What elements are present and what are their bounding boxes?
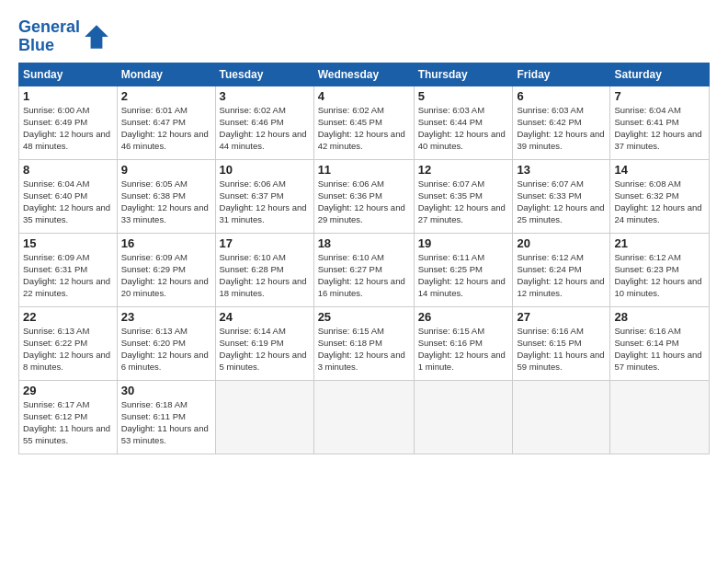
- day-number: 23: [121, 310, 211, 324]
- day-info: Sunrise: 6:11 AMSunset: 6:25 PMDaylight:…: [418, 252, 506, 299]
- day-number: 15: [23, 236, 113, 250]
- calendar-cell: 14Sunrise: 6:08 AMSunset: 6:32 PMDayligh…: [610, 159, 710, 233]
- day-info: Sunrise: 6:08 AMSunset: 6:32 PMDaylight:…: [614, 178, 701, 225]
- calendar-cell: 8Sunrise: 6:04 AMSunset: 6:40 PMDaylight…: [19, 159, 118, 233]
- calendar-week-3: 15Sunrise: 6:09 AMSunset: 6:31 PMDayligh…: [19, 233, 710, 306]
- day-info: Sunrise: 6:04 AMSunset: 6:41 PMDaylight:…: [614, 105, 701, 152]
- day-number: 4: [318, 89, 410, 103]
- day-info: Sunrise: 6:02 AMSunset: 6:45 PMDaylight:…: [318, 105, 405, 152]
- calendar-cell: 25Sunrise: 6:15 AMSunset: 6:18 PMDayligh…: [313, 306, 414, 380]
- day-header-tuesday: Tuesday: [215, 63, 313, 86]
- calendar-week-4: 22Sunrise: 6:13 AMSunset: 6:22 PMDayligh…: [19, 306, 710, 380]
- day-number: 28: [614, 310, 705, 324]
- day-number: 18: [318, 236, 410, 250]
- day-info: Sunrise: 6:06 AMSunset: 6:36 PMDaylight:…: [318, 178, 405, 225]
- header: General Blue: [18, 15, 710, 55]
- day-info: Sunrise: 6:13 AMSunset: 6:22 PMDaylight:…: [23, 326, 110, 373]
- calendar-cell: 26Sunrise: 6:15 AMSunset: 6:16 PMDayligh…: [414, 306, 513, 380]
- calendar-cell: 15Sunrise: 6:09 AMSunset: 6:31 PMDayligh…: [19, 233, 118, 306]
- day-info: Sunrise: 6:07 AMSunset: 6:33 PMDaylight:…: [517, 178, 604, 225]
- day-info: Sunrise: 6:16 AMSunset: 6:15 PMDaylight:…: [517, 326, 604, 373]
- day-header-wednesday: Wednesday: [313, 63, 414, 86]
- day-info: Sunrise: 6:16 AMSunset: 6:14 PMDaylight:…: [614, 326, 701, 373]
- day-number: 3: [220, 89, 310, 103]
- day-header-monday: Monday: [117, 63, 215, 86]
- calendar-cell: 10Sunrise: 6:06 AMSunset: 6:37 PMDayligh…: [215, 159, 313, 233]
- calendar-header-row: SundayMondayTuesdayWednesdayThursdayFrid…: [19, 63, 710, 86]
- day-info: Sunrise: 6:05 AMSunset: 6:38 PMDaylight:…: [121, 178, 209, 225]
- calendar-cell: 9Sunrise: 6:05 AMSunset: 6:38 PMDaylight…: [117, 159, 215, 233]
- day-number: 1: [23, 89, 113, 103]
- day-info: Sunrise: 6:00 AMSunset: 6:49 PMDaylight:…: [23, 105, 110, 152]
- day-info: Sunrise: 6:04 AMSunset: 6:40 PMDaylight:…: [23, 178, 110, 225]
- day-info: Sunrise: 6:02 AMSunset: 6:46 PMDaylight:…: [220, 105, 307, 152]
- day-number: 2: [121, 89, 211, 103]
- calendar-cell: 28Sunrise: 6:16 AMSunset: 6:14 PMDayligh…: [610, 306, 710, 380]
- day-number: 16: [121, 236, 211, 250]
- day-header-sunday: Sunday: [19, 63, 118, 86]
- day-number: 21: [614, 236, 705, 250]
- day-info: Sunrise: 6:06 AMSunset: 6:37 PMDaylight:…: [220, 178, 307, 225]
- day-number: 11: [318, 163, 410, 177]
- calendar-cell: [215, 380, 313, 454]
- day-info: Sunrise: 6:14 AMSunset: 6:19 PMDaylight:…: [220, 326, 307, 373]
- svg-marker-0: [85, 25, 108, 49]
- day-number: 9: [121, 163, 211, 177]
- day-info: Sunrise: 6:15 AMSunset: 6:16 PMDaylight:…: [418, 326, 506, 373]
- logo-text: General Blue: [18, 18, 80, 55]
- day-header-thursday: Thursday: [414, 63, 513, 86]
- day-number: 19: [418, 236, 509, 250]
- calendar-cell: 13Sunrise: 6:07 AMSunset: 6:33 PMDayligh…: [513, 159, 610, 233]
- day-number: 6: [517, 89, 606, 103]
- day-info: Sunrise: 6:13 AMSunset: 6:20 PMDaylight:…: [121, 326, 209, 373]
- day-info: Sunrise: 6:12 AMSunset: 6:23 PMDaylight:…: [614, 252, 701, 299]
- day-number: 22: [23, 310, 113, 324]
- calendar-cell: 12Sunrise: 6:07 AMSunset: 6:35 PMDayligh…: [414, 159, 513, 233]
- calendar-cell: 17Sunrise: 6:10 AMSunset: 6:28 PMDayligh…: [215, 233, 313, 306]
- calendar-cell: 19Sunrise: 6:11 AMSunset: 6:25 PMDayligh…: [414, 233, 513, 306]
- day-info: Sunrise: 6:07 AMSunset: 6:35 PMDaylight:…: [418, 178, 506, 225]
- day-number: 5: [418, 89, 509, 103]
- logo: General Blue: [18, 18, 111, 55]
- calendar-cell: 29Sunrise: 6:17 AMSunset: 6:12 PMDayligh…: [19, 380, 118, 454]
- calendar-cell: [610, 380, 710, 454]
- calendar-cell: 2Sunrise: 6:01 AMSunset: 6:47 PMDaylight…: [117, 86, 215, 159]
- calendar-cell: 21Sunrise: 6:12 AMSunset: 6:23 PMDayligh…: [610, 233, 710, 306]
- calendar-cell: 27Sunrise: 6:16 AMSunset: 6:15 PMDayligh…: [513, 306, 610, 380]
- calendar: SundayMondayTuesdayWednesdayThursdayFrid…: [18, 63, 710, 454]
- calendar-cell: 1Sunrise: 6:00 AMSunset: 6:49 PMDaylight…: [19, 86, 118, 159]
- calendar-cell: 16Sunrise: 6:09 AMSunset: 6:29 PMDayligh…: [117, 233, 215, 306]
- day-number: 29: [23, 384, 113, 397]
- day-info: Sunrise: 6:15 AMSunset: 6:18 PMDaylight:…: [318, 326, 405, 373]
- day-number: 8: [23, 163, 113, 177]
- day-info: Sunrise: 6:10 AMSunset: 6:27 PMDaylight:…: [318, 252, 405, 299]
- day-number: 30: [121, 384, 211, 397]
- day-number: 27: [517, 310, 606, 324]
- logo-icon: [82, 22, 111, 52]
- day-info: Sunrise: 6:03 AMSunset: 6:44 PMDaylight:…: [418, 105, 506, 152]
- day-number: 24: [220, 310, 310, 324]
- calendar-cell: 20Sunrise: 6:12 AMSunset: 6:24 PMDayligh…: [513, 233, 610, 306]
- calendar-cell: [513, 380, 610, 454]
- day-info: Sunrise: 6:12 AMSunset: 6:24 PMDaylight:…: [517, 252, 604, 299]
- day-number: 12: [418, 163, 509, 177]
- day-info: Sunrise: 6:18 AMSunset: 6:11 PMDaylight:…: [121, 399, 209, 446]
- calendar-cell: [313, 380, 414, 454]
- day-info: Sunrise: 6:03 AMSunset: 6:42 PMDaylight:…: [517, 105, 604, 152]
- day-number: 13: [517, 163, 606, 177]
- day-number: 26: [418, 310, 509, 324]
- day-info: Sunrise: 6:10 AMSunset: 6:28 PMDaylight:…: [220, 252, 307, 299]
- day-number: 7: [614, 89, 705, 103]
- day-info: Sunrise: 6:17 AMSunset: 6:12 PMDaylight:…: [23, 399, 110, 446]
- calendar-week-1: 1Sunrise: 6:00 AMSunset: 6:49 PMDaylight…: [19, 86, 710, 159]
- day-header-friday: Friday: [513, 63, 610, 86]
- calendar-cell: 6Sunrise: 6:03 AMSunset: 6:42 PMDaylight…: [513, 86, 610, 159]
- page: General Blue SundayMondayTuesdayWednesda…: [0, 0, 728, 563]
- calendar-week-2: 8Sunrise: 6:04 AMSunset: 6:40 PMDaylight…: [19, 159, 710, 233]
- calendar-cell: 24Sunrise: 6:14 AMSunset: 6:19 PMDayligh…: [215, 306, 313, 380]
- day-info: Sunrise: 6:01 AMSunset: 6:47 PMDaylight:…: [121, 105, 209, 152]
- calendar-cell: 5Sunrise: 6:03 AMSunset: 6:44 PMDaylight…: [414, 86, 513, 159]
- day-info: Sunrise: 6:09 AMSunset: 6:29 PMDaylight:…: [121, 252, 209, 299]
- day-header-saturday: Saturday: [610, 63, 710, 86]
- calendar-cell: 22Sunrise: 6:13 AMSunset: 6:22 PMDayligh…: [19, 306, 118, 380]
